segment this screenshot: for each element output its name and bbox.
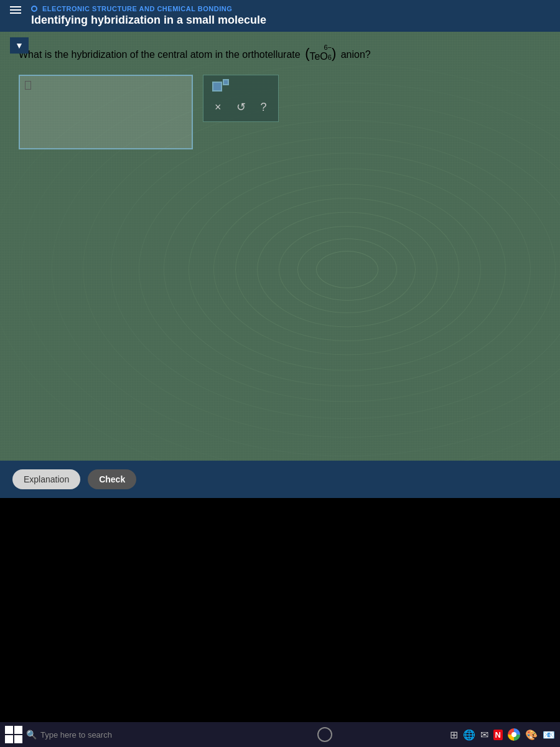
superscript-tool[interactable] [212, 82, 269, 92]
subject-label: ELECTRONIC STRUCTURE AND CHEMICAL BONDIN… [42, 5, 232, 12]
edge-icon[interactable]: 🌐 [463, 729, 475, 741]
search-placeholder: Type here to search [40, 730, 112, 740]
formula-symbol: TeO [309, 51, 327, 62]
taskbar: 🔍 Type here to search ⊞ 🌐 ✉ N 🎨 📧 [0, 722, 560, 747]
formula-container: ( 6− TeO 6 ) [305, 44, 336, 62]
input-tools-panel: × ↺ ? [203, 75, 279, 122]
superscript-square-icon [223, 79, 229, 85]
taskbar-center [204, 727, 446, 742]
subject-circle-icon [31, 6, 37, 12]
formula-superscript: 6− [324, 44, 332, 51]
question-text-before: What is the hybridization of the central… [19, 49, 301, 60]
question-text-after: anion? [341, 49, 371, 60]
gallery-icon[interactable]: 🎨 [525, 729, 538, 741]
formula-base: TeO 6 [309, 51, 331, 62]
page-title: Identifying hybridization in a small mol… [31, 14, 550, 27]
mail-icon[interactable]: ✉ [480, 729, 488, 741]
taskbar-search[interactable]: 🔍 Type here to search [26, 730, 200, 740]
base-square-icon [212, 82, 222, 92]
header-top: ELECTRONIC STRUCTURE AND CHEMICAL BONDIN… [31, 5, 550, 12]
main-window: ELECTRONIC STRUCTURE AND CHEMICAL BONDIN… [0, 0, 560, 498]
chrome-icon[interactable] [508, 728, 520, 741]
menu-icon[interactable] [10, 6, 21, 14]
bottom-bar: Explanation Check [0, 461, 560, 498]
answer-input-box[interactable] [19, 75, 193, 149]
taskbar-icons: ⊞ 🌐 ✉ N 🎨 📧 [450, 728, 555, 741]
help-button[interactable]: ? [258, 100, 269, 115]
clear-button[interactable]: × [212, 100, 224, 115]
task-view-icon[interactable]: ⊞ [450, 729, 458, 741]
undo-button[interactable]: ↺ [234, 99, 248, 115]
check-button[interactable]: Check [88, 469, 136, 489]
start-button[interactable] [5, 726, 22, 743]
netflix-icon[interactable]: N [493, 730, 503, 740]
dropdown-button[interactable] [10, 37, 29, 54]
formula-open-paren: ( [305, 47, 309, 60]
text-cursor-icon [25, 81, 31, 90]
cortana-button[interactable] [317, 727, 332, 742]
content-area: What is the hybridization of the central… [0, 32, 560, 162]
envelope-icon[interactable]: 📧 [543, 729, 555, 741]
formula-close-paren: ) [332, 47, 336, 60]
formula-text: 6− TeO 6 [309, 44, 331, 62]
header: ELECTRONIC STRUCTURE AND CHEMICAL BONDIN… [0, 0, 560, 32]
tool-buttons: × ↺ ? [212, 99, 269, 115]
question-text: What is the hybridization of the central… [19, 44, 541, 62]
answer-section: × ↺ ? [19, 75, 541, 149]
explanation-button[interactable]: Explanation [12, 469, 80, 489]
search-icon: 🔍 [26, 730, 37, 740]
